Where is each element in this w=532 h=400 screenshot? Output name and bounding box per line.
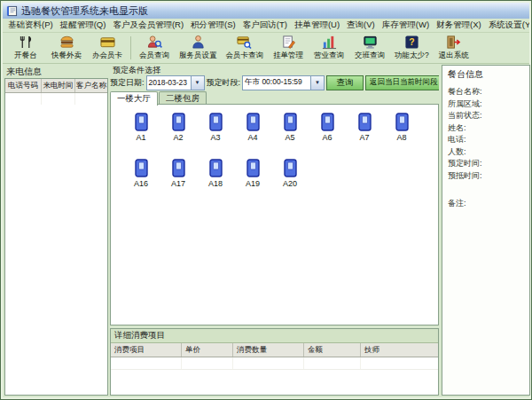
table-label: A20 bbox=[283, 179, 297, 188]
column-header-item: 消费项目 bbox=[111, 343, 182, 357]
burger-icon bbox=[59, 35, 74, 50]
chevron-down-icon[interactable] bbox=[310, 76, 324, 90]
menu-item-customer-member[interactable]: 客户及会员管理(R) bbox=[109, 19, 187, 32]
dining-table[interactable]: A3 bbox=[197, 108, 234, 154]
dining-table[interactable]: A5 bbox=[271, 108, 309, 154]
column-header-phone: 电话号码 bbox=[5, 79, 42, 92]
dining-table[interactable]: A20 bbox=[271, 154, 309, 200]
table-label: A17 bbox=[171, 179, 185, 188]
dining-table[interactable]: A6 bbox=[309, 108, 346, 154]
toolbar-button-label: 会员卡查询 bbox=[226, 51, 264, 61]
toolbar-button-business-query[interactable]: 营业查询 bbox=[309, 33, 349, 63]
caller-info-table: 电话号码 来电时间 客户名称 bbox=[4, 78, 108, 396]
table-info-panel: 餐台信息 餐台名称: 所属区域: 当前状态: 姓名: 电话: 人数: 预定时间:… bbox=[442, 65, 530, 396]
column-header-customer-name: 客户名称 bbox=[75, 79, 107, 92]
member-search-icon bbox=[147, 35, 162, 50]
toolbar-button-fast-food[interactable]: 快餐外卖 bbox=[46, 33, 87, 63]
table-label: A5 bbox=[285, 133, 294, 142]
menu-item-settings[interactable]: 系统设置(Y) bbox=[485, 19, 529, 32]
table-label: A7 bbox=[359, 133, 369, 142]
table-icon bbox=[358, 113, 372, 131]
toolbar-separator bbox=[130, 36, 131, 59]
menu-item-pending-orders[interactable]: 挂单管理(U) bbox=[291, 19, 343, 32]
table-label: A1 bbox=[136, 133, 145, 142]
reservation-time-label: 预定时段: bbox=[207, 77, 241, 89]
utensils-icon bbox=[19, 35, 34, 50]
toolbar-button-exit-system[interactable]: 退出系统 bbox=[434, 33, 474, 63]
titlebar: 迅驰餐饮管理系统来电显示版 bbox=[3, 3, 529, 19]
chevron-down-icon[interactable] bbox=[191, 76, 204, 90]
field-table-name: 餐台名称: bbox=[442, 86, 529, 98]
dining-table[interactable]: A19 bbox=[234, 154, 271, 200]
toolbar-button-open-table[interactable]: 开餐台 bbox=[5, 33, 46, 63]
toolbar-button-pending-orders[interactable]: 挂单管理 bbox=[268, 33, 309, 63]
dining-table[interactable]: A17 bbox=[160, 154, 197, 200]
query-button[interactable]: 查询 bbox=[326, 75, 364, 90]
toolbar-button-member-query[interactable]: 会员查询 bbox=[134, 33, 175, 63]
toolbar-button-member-card-query[interactable]: 会员卡查询 bbox=[222, 33, 269, 63]
dining-table[interactable]: A16 bbox=[122, 154, 160, 200]
reservation-date-select[interactable]: 2018-03-23 bbox=[146, 75, 205, 90]
monitor-icon bbox=[363, 35, 378, 50]
table-label: A8 bbox=[396, 133, 406, 142]
toolbar-button-shift-query[interactable]: 交班查询 bbox=[349, 33, 390, 63]
dining-table[interactable]: A2 bbox=[160, 108, 197, 154]
caller-table-header: 电话号码 来电时间 客户名称 bbox=[5, 79, 107, 93]
menu-item-inventory[interactable]: 库存管理(W) bbox=[379, 19, 433, 32]
menu-item-reminder[interactable]: 提醒管理(Q) bbox=[57, 19, 110, 32]
column-header-technician: 技师 bbox=[361, 343, 438, 357]
table-label: A6 bbox=[322, 133, 332, 142]
table-label: A4 bbox=[247, 133, 257, 142]
reservation-time-value: 午市 00:00-15:59 bbox=[243, 77, 304, 88]
dining-table[interactable]: A4 bbox=[234, 108, 271, 154]
table-label: A3 bbox=[210, 133, 220, 142]
menu-item-customer-followup[interactable]: 客户回访(T) bbox=[239, 19, 291, 32]
toolbar: 开餐台 快餐外卖 办会员卡 会员查询 bbox=[3, 33, 529, 64]
window-title: 迅驰餐饮管理系统来电显示版 bbox=[21, 4, 148, 18]
reservation-date-label: 预定日期: bbox=[110, 77, 145, 89]
field-reserve-time: 预定时间: bbox=[442, 158, 529, 170]
toolbar-button-label: 开餐台 bbox=[14, 51, 37, 61]
menu-item-basic-data[interactable]: 基础资料(P) bbox=[4, 19, 57, 32]
chart-bars-icon bbox=[322, 35, 337, 50]
return-current-time-button[interactable]: 返回当日当前时间段 bbox=[365, 75, 439, 90]
exit-door-icon bbox=[446, 35, 461, 50]
tab-second-floor-rooms[interactable]: 二楼包房 bbox=[159, 91, 207, 105]
tab-first-floor-hall[interactable]: 一楼大厅 bbox=[110, 91, 158, 106]
table-icon bbox=[284, 159, 297, 177]
table-label: A16 bbox=[134, 179, 148, 188]
menu-item-finance[interactable]: 财务管理(X) bbox=[433, 19, 485, 32]
reservation-time-select[interactable]: 午市 00:00-15:59 bbox=[242, 75, 325, 90]
field-note-label: 备注: bbox=[442, 182, 529, 209]
toolbar-button-waiter-setup[interactable]: 服务员设置 bbox=[175, 33, 222, 63]
app-icon bbox=[6, 5, 18, 17]
table-grid: A1 A2 A3 A4 A5 A6 bbox=[122, 108, 420, 200]
question-icon: ? bbox=[404, 35, 419, 50]
reservation-controls: 预定日期: 2018-03-23 预定时段: 午市 00:00-15:59 查询… bbox=[110, 75, 439, 90]
toolbar-button-new-member-card[interactable]: 办会员卡 bbox=[87, 33, 128, 63]
floor-panel: A1 A2 A3 A4 A5 A6 bbox=[110, 104, 439, 325]
table-icon bbox=[209, 159, 223, 177]
table-icon bbox=[246, 159, 260, 177]
menu-item-query[interactable]: 查询(V) bbox=[343, 19, 379, 32]
menu-bar: 基础资料(P) 提醒管理(Q) 客户及会员管理(R) 积分管理(S) 客户回访(… bbox=[3, 19, 529, 33]
toolbar-button-label: 办会员卡 bbox=[92, 51, 122, 61]
dining-table[interactable]: A7 bbox=[346, 108, 383, 154]
toolbar-button-more-features[interactable]: ? 功能太少? bbox=[390, 33, 434, 63]
dining-table[interactable]: A18 bbox=[197, 154, 234, 200]
table-icon bbox=[395, 113, 409, 131]
toolbar-button-label: 会员查询 bbox=[139, 51, 169, 61]
card-icon bbox=[100, 35, 115, 50]
field-name: 姓名: bbox=[442, 122, 529, 135]
dining-table[interactable]: A8 bbox=[383, 108, 420, 154]
menu-item-points[interactable]: 积分管理(S) bbox=[187, 19, 239, 32]
table-icon bbox=[135, 159, 148, 177]
dining-table[interactable]: A1 bbox=[122, 108, 160, 154]
toolbar-button-label: 营业查询 bbox=[314, 51, 344, 61]
field-arrival-time: 预抵时间: bbox=[442, 170, 529, 183]
table-icon bbox=[135, 113, 148, 131]
field-area: 所属区域: bbox=[442, 98, 529, 111]
svg-text:?: ? bbox=[409, 37, 414, 47]
consumption-table-header: 消费项目 单价 消费数量 金额 技师 bbox=[111, 343, 438, 357]
waiter-icon bbox=[191, 35, 206, 50]
